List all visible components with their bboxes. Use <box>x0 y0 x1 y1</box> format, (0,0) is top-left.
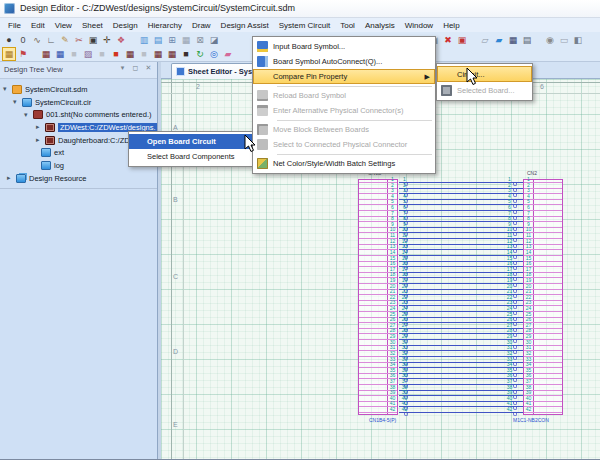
board-tool-1-icon[interactable]: ▦ <box>40 48 52 60</box>
menu-draw[interactable]: Draw <box>187 20 216 31</box>
board-tool-7-icon[interactable]: ▦ <box>152 48 164 60</box>
menu-window[interactable]: Window <box>400 20 438 31</box>
board-tool-8-icon[interactable]: ▦ <box>166 48 178 60</box>
new-document-icon[interactable]: ▱ <box>479 34 491 46</box>
menu-separator <box>277 86 432 87</box>
menu-item-reload-board-symbol[interactable]: Reload Board Symbol <box>253 88 435 103</box>
polyline-tool-icon[interactable]: ∟ <box>45 34 57 46</box>
tree-item-design-resource[interactable]: ▸Design Resource <box>0 172 157 185</box>
tree-collapsed-icon[interactable]: ▸ <box>36 123 45 131</box>
pin-tool-icon[interactable]: ✛ <box>101 34 113 46</box>
menu-design-assist[interactable]: Design Assist <box>216 20 274 31</box>
panel-menu-icon[interactable]: ▾ <box>118 64 127 72</box>
submenu-item-circuit[interactable]: Circuit... <box>437 66 532 82</box>
image-tool-icon[interactable]: ▨ <box>82 48 94 60</box>
filled-circle-tool-icon[interactable]: ● <box>3 34 15 46</box>
menu-item-move-block-between-boards[interactable]: Move Block Between Boards <box>253 122 435 137</box>
menu-edit[interactable]: Edit <box>26 20 50 31</box>
submenu-item-selected-board[interactable]: Selected Board... <box>437 82 532 98</box>
menu-system-circuit[interactable]: System Circuit <box>274 20 336 31</box>
pin-number: 42 <box>524 407 533 412</box>
wire-label: 42 <box>505 407 514 412</box>
open-folder-icon[interactable]: ▰ <box>493 34 505 46</box>
menu-item-label: Compare Pin Property <box>273 72 347 81</box>
dark-block-icon[interactable]: ■ <box>180 48 192 60</box>
window-view-1-icon[interactable]: ▥ <box>138 34 150 46</box>
anchor-blue-icon[interactable]: ◎ <box>208 48 220 60</box>
menu-analysis[interactable]: Analysis <box>360 20 400 31</box>
ruler-row-label: C <box>173 273 178 280</box>
panel-pin-icon[interactable]: ◻ <box>131 64 140 72</box>
board-tool-2-icon[interactable]: ▦ <box>54 48 66 60</box>
design-tree-header-buttons: ▾◻✕ <box>118 64 153 72</box>
menu-file[interactable]: File <box>3 20 26 31</box>
tree-collapsed-icon[interactable]: ▸ <box>36 136 45 144</box>
menu-item-compare-pin-property[interactable]: Compare Pin Property▶ <box>253 69 435 84</box>
layers-icon[interactable]: ▦ <box>180 34 192 46</box>
flag-icon[interactable]: ⚑ <box>17 48 29 60</box>
export-view-icon[interactable]: ◪ <box>208 34 220 46</box>
board-tool-4-icon[interactable]: ■ <box>96 48 108 60</box>
ruler-row-label: E <box>173 421 178 428</box>
menu-item-board-symbol-autoconnect-q[interactable]: Board Symbol AutoConnect(Q)... <box>253 54 435 69</box>
split-window-icon[interactable]: ⊞ <box>166 34 178 46</box>
window-view-2-icon[interactable]: ▤ <box>152 34 164 46</box>
delete-red-icon[interactable]: ✖ <box>442 34 454 46</box>
menu-item-input-board-symbol[interactable]: Input Board Symbol... <box>253 39 435 54</box>
menu-item-label: Board Symbol AutoConnect(Q)... <box>273 57 382 66</box>
toolbar-gap <box>470 34 477 46</box>
grid-toggle-icon[interactable]: ▦ <box>3 48 15 60</box>
rectangle-tool-icon[interactable]: ▣ <box>87 34 99 46</box>
panel-split-icon[interactable]: ◧ <box>572 34 584 46</box>
wire-label: 42 <box>400 407 409 412</box>
wire-hook-icon <box>404 413 408 416</box>
save-floppy-icon[interactable]: ▦ <box>507 34 519 46</box>
right-connector-bottom-label: M1C1-NB2CON <box>513 418 549 423</box>
menu-item-select-to-connected-physical-connector[interactable]: Select to Connected Physical Connector <box>253 137 435 152</box>
red-block-icon[interactable]: ■ <box>110 48 122 60</box>
net-wire <box>399 412 523 413</box>
cut-tool-icon[interactable]: ✂ <box>73 34 85 46</box>
tree-item-systemcircuit-sdm[interactable]: ▾SystemCircuit.sdm <box>0 83 157 96</box>
board-tool-5-icon[interactable]: ▦ <box>124 48 136 60</box>
settings-box-icon[interactable]: ⊠ <box>194 34 206 46</box>
ellipse-tool-icon[interactable]: 0 <box>17 34 29 46</box>
menu-help[interactable]: Help <box>438 20 464 31</box>
menu-item-net-color-style-width-batch-settings[interactable]: Net Color/Style/Width Batch Settings <box>253 156 435 171</box>
context-menu-item-open-board-circuit[interactable]: Open Board Circuit <box>129 134 253 149</box>
wave-tool-icon[interactable]: ∿ <box>31 34 43 46</box>
mouse-cursor-context-menu <box>244 134 256 152</box>
context-menu-item-select-board-components[interactable]: Select Board Components <box>129 149 253 164</box>
menu-sheet[interactable]: Sheet <box>77 20 108 31</box>
submenu-item-label: Selected Board... <box>457 86 515 95</box>
board-tool-6-icon[interactable]: ■ <box>138 48 150 60</box>
tree-expanded-icon[interactable]: ▾ <box>13 98 22 106</box>
tree-item-label: ext <box>54 148 64 157</box>
tree-item-label: SystemCircuit.sdm <box>25 85 88 94</box>
menu-tool[interactable]: Tool <box>335 20 360 31</box>
lock-icon[interactable]: ◉ <box>544 34 556 46</box>
tree-expanded-icon[interactable]: ▾ <box>3 85 12 93</box>
board-icon <box>45 123 55 132</box>
colored-pin-tool-icon[interactable]: ❖ <box>115 34 127 46</box>
stop-red-icon[interactable]: ▣ <box>456 34 468 46</box>
board-tool-3-icon[interactable]: ■ <box>68 48 80 60</box>
tree-expanded-icon[interactable]: ▾ <box>24 111 33 119</box>
menu-item-enter-alternative-physical-connector-s[interactable]: Enter Alternative Physical Connector(s) <box>253 103 435 118</box>
folder-pink-icon[interactable]: ▰ <box>222 48 234 60</box>
ruler-column-label: 6 <box>540 83 544 90</box>
refresh-icon[interactable]: ↻ <box>194 48 206 60</box>
menu-hierarchy[interactable]: Hierarchy <box>143 20 187 31</box>
pencil-tool-icon[interactable]: ✎ <box>59 34 71 46</box>
panel-close-icon[interactable]: ✕ <box>144 64 153 72</box>
menu-view[interactable]: View <box>50 20 77 31</box>
frame-icon[interactable]: ▭ <box>558 34 570 46</box>
menu-design[interactable]: Design <box>108 20 143 31</box>
tree-collapsed-icon[interactable]: ▸ <box>7 174 16 182</box>
print-icon[interactable]: ▤ <box>521 34 533 46</box>
board-symbol-icon <box>257 41 268 52</box>
sheet-icon <box>176 67 185 76</box>
tree-item-systemcircuit-cir[interactable]: ▾SystemCircuit.cir <box>0 96 157 109</box>
tree-item-001-sht-no-comments-entered[interactable]: ▾001.sht(No comments entered.) <box>0 108 157 121</box>
right-connector-pin-divider <box>533 179 534 415</box>
